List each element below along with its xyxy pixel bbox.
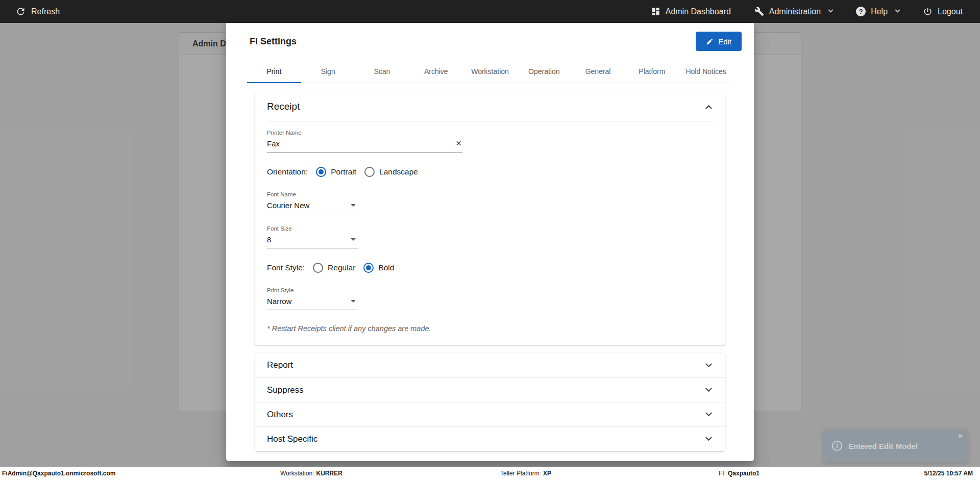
tab-workstation[interactable]: Workstation <box>463 60 517 83</box>
administration-menu[interactable]: Administration <box>754 7 832 16</box>
tab-general[interactable]: General <box>571 60 625 83</box>
font-size-value: 8 <box>267 235 271 244</box>
tab-print[interactable]: Print <box>247 60 301 83</box>
pencil-icon <box>706 38 714 45</box>
status-bar: FiAdmin@Qaxpauto1.onmicrosoft.com Workst… <box>0 467 980 480</box>
restart-note: * Restart Receipts client if any changes… <box>267 324 713 333</box>
refresh-label: Refresh <box>31 7 60 16</box>
font-size-select[interactable]: 8 <box>267 234 358 248</box>
help-icon: ? <box>856 7 866 16</box>
status-datetime: 5/12/25 10:57 AM <box>924 470 973 477</box>
receipt-panel-header[interactable]: Receipt <box>255 92 725 121</box>
workstation-label: Workstation: <box>280 470 314 477</box>
fi-label: FI: <box>719 470 726 477</box>
fi-value: Qaxpauto1 <box>728 470 760 477</box>
logout-label: Logout <box>938 7 963 16</box>
font-name-label: Font Name <box>267 191 713 197</box>
font-style-label: Font Style: <box>267 263 305 272</box>
toast-close-icon[interactable]: × <box>958 432 963 440</box>
tab-operation[interactable]: Operation <box>517 60 571 83</box>
suppress-panel-header[interactable]: Suppress <box>255 377 725 402</box>
font-size-field: Font Size 8 <box>267 225 713 248</box>
status-workstation: Workstation:KURRER <box>280 470 342 477</box>
font-style-regular-label: Regular <box>328 263 355 272</box>
orientation-label: Orientation: <box>267 167 308 176</box>
tab-scan[interactable]: Scan <box>355 60 409 83</box>
topbar-right: Admin Dashboard Administration ? Help Lo… <box>651 7 963 16</box>
dialog-title: FI Settings <box>250 36 297 47</box>
host-specific-panel-header[interactable]: Host Specific <box>255 426 725 451</box>
report-panel-title: Report <box>267 360 293 370</box>
settings-tabs: Print Sign Scan Archive Workstation Oper… <box>247 60 733 83</box>
logout-button[interactable]: Logout <box>923 7 963 16</box>
font-style-bold-label: Bold <box>378 263 394 272</box>
help-menu[interactable]: ? Help <box>856 7 899 16</box>
edit-button-label: Edit <box>718 37 731 46</box>
dialog-body: Print Sign Scan Archive Workstation Oper… <box>226 60 754 451</box>
refresh-icon <box>15 6 26 17</box>
fi-settings-dialog: FI Settings Edit Print Sign Scan Archive… <box>226 19 754 461</box>
dashboard-icon <box>651 7 660 16</box>
chevron-down-icon <box>705 385 712 392</box>
receipt-panel: Receipt Printer Name × Ori <box>255 92 725 345</box>
tab-archive[interactable]: Archive <box>409 60 463 83</box>
tab-hold-notices[interactable]: Hold Notices <box>679 60 733 83</box>
status-teller-platform: Teller Platform:XP <box>500 470 551 477</box>
toast-message: Entered Edit Model <box>848 442 918 450</box>
administration-label: Administration <box>769 7 821 16</box>
receipt-form: Printer Name × Orientation: Portrait <box>255 121 725 345</box>
host-specific-panel-title: Host Specific <box>267 434 317 444</box>
chevron-down-icon <box>828 8 834 13</box>
topbar: Refresh Admin Dashboard Administration ?… <box>0 0 980 23</box>
collapsed-panels: Report Suppress Others Host Specific <box>255 353 725 451</box>
print-style-label: Print Style <box>267 287 713 293</box>
refresh-button[interactable]: Refresh <box>15 6 60 17</box>
admin-dashboard-label: Admin Dashboard <box>666 7 731 16</box>
others-panel-header[interactable]: Others <box>255 402 725 426</box>
print-style-select[interactable]: Narrow <box>267 295 358 310</box>
font-size-label: Font Size <box>267 225 713 232</box>
dropdown-arrow-icon <box>351 204 356 207</box>
orientation-landscape-radio[interactable]: Landscape <box>364 167 418 177</box>
radio-unchecked-icon <box>364 167 375 177</box>
chevron-up-icon <box>705 105 712 111</box>
printer-name-input-wrap: × <box>267 138 462 153</box>
suppress-panel-title: Suppress <box>267 385 304 395</box>
chevron-down-icon <box>705 410 712 416</box>
tab-sign[interactable]: Sign <box>301 60 355 83</box>
report-panel-header[interactable]: Report <box>255 353 725 377</box>
dropdown-arrow-icon <box>351 300 356 302</box>
dropdown-arrow-icon <box>351 238 356 241</box>
font-name-value: Courier New <box>267 201 309 210</box>
printer-name-label: Printer Name <box>267 130 713 136</box>
radio-checked-icon <box>363 263 374 273</box>
tab-platform[interactable]: Platform <box>625 60 679 83</box>
receipt-panel-title: Receipt <box>267 101 300 112</box>
radio-unchecked-icon <box>313 263 323 273</box>
font-style-field: Font Style: Regular Bold <box>267 263 713 273</box>
accordion-area: Receipt Printer Name × Ori <box>255 92 725 451</box>
toast-notification: i Entered Edit Model × <box>824 430 968 462</box>
orientation-portrait-radio[interactable]: Portrait <box>316 167 356 177</box>
clear-icon[interactable]: × <box>456 138 461 148</box>
printer-name-input[interactable] <box>267 138 462 153</box>
print-style-field: Print Style Narrow <box>267 287 713 310</box>
teller-platform-value: XP <box>543 470 551 477</box>
chevron-down-icon <box>895 8 900 13</box>
font-name-select[interactable]: Courier New <box>267 199 358 214</box>
power-icon <box>923 7 933 16</box>
font-style-regular-radio[interactable]: Regular <box>313 263 355 273</box>
workstation-value: KURRER <box>316 470 342 477</box>
admin-dashboard-link[interactable]: Admin Dashboard <box>651 7 731 16</box>
edit-button[interactable]: Edit <box>696 32 742 51</box>
status-fi: FI:Qaxpauto1 <box>719 470 760 477</box>
status-user: FiAdmin@Qaxpauto1.onmicrosoft.com <box>2 470 115 477</box>
chevron-down-icon <box>705 434 712 441</box>
orientation-landscape-label: Landscape <box>379 167 418 176</box>
teller-platform-label: Teller Platform: <box>500 470 541 477</box>
chevron-down-icon <box>705 361 712 367</box>
radio-checked-icon <box>316 167 326 177</box>
orientation-field: Orientation: Portrait Landscape <box>267 167 713 177</box>
print-style-value: Narrow <box>267 297 291 306</box>
font-style-bold-radio[interactable]: Bold <box>363 263 394 273</box>
